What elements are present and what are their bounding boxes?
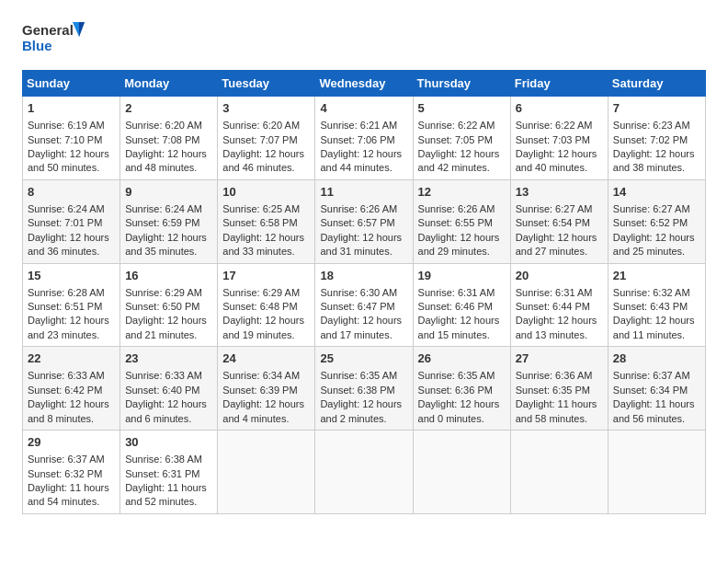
day-number: 20: [516, 268, 603, 284]
calendar-table: SundayMondayTuesdayWednesdayThursdayFrid…: [22, 70, 706, 514]
day-info: Sunrise: 6:32 AM Sunset: 6:43 PM Dayligh…: [613, 286, 700, 343]
day-info: Sunrise: 6:20 AM Sunset: 7:07 PM Dayligh…: [222, 119, 310, 176]
day-number: 5: [418, 100, 506, 117]
day-number: 25: [320, 350, 407, 367]
day-cell-6: 6Sunrise: 6:22 AM Sunset: 7:03 PM Daylig…: [510, 97, 608, 180]
day-number: 7: [613, 100, 700, 117]
day-cell-19: 19Sunrise: 6:31 AM Sunset: 6:46 PM Dayli…: [413, 263, 510, 347]
day-info: Sunrise: 6:24 AM Sunset: 7:01 PM Dayligh…: [28, 202, 115, 259]
day-info: Sunrise: 6:37 AM Sunset: 6:34 PM Dayligh…: [613, 369, 700, 426]
day-number: 15: [28, 268, 115, 284]
day-number: 2: [125, 100, 212, 117]
day-info: Sunrise: 6:36 AM Sunset: 6:35 PM Dayligh…: [516, 369, 603, 426]
week-row-5: 29Sunrise: 6:37 AM Sunset: 6:32 PM Dayli…: [23, 431, 706, 514]
day-cell-16: 16Sunrise: 6:29 AM Sunset: 6:50 PM Dayli…: [120, 263, 218, 347]
day-info: Sunrise: 6:21 AM Sunset: 7:06 PM Dayligh…: [320, 119, 407, 176]
day-info: Sunrise: 6:31 AM Sunset: 6:46 PM Dayligh…: [418, 286, 506, 343]
day-number: 6: [516, 100, 603, 117]
day-cell-17: 17Sunrise: 6:29 AM Sunset: 6:48 PM Dayli…: [218, 263, 315, 347]
day-info: Sunrise: 6:20 AM Sunset: 7:08 PM Dayligh…: [125, 119, 212, 176]
day-of-week-thursday: Thursday: [413, 71, 510, 97]
day-info: Sunrise: 6:34 AM Sunset: 6:39 PM Dayligh…: [222, 369, 310, 426]
logo: GeneralBlue: [22, 18, 86, 59]
day-info: Sunrise: 6:27 AM Sunset: 6:52 PM Dayligh…: [613, 202, 700, 259]
day-cell-21: 21Sunrise: 6:32 AM Sunset: 6:43 PM Dayli…: [608, 263, 705, 347]
day-cell-28: 28Sunrise: 6:37 AM Sunset: 6:34 PM Dayli…: [608, 347, 705, 431]
day-of-week-sunday: Sunday: [23, 71, 120, 97]
day-cell-14: 14Sunrise: 6:27 AM Sunset: 6:52 PM Dayli…: [608, 179, 705, 263]
day-cell-5: 5Sunrise: 6:22 AM Sunset: 7:05 PM Daylig…: [413, 97, 510, 180]
empty-cell: [608, 431, 705, 514]
day-cell-9: 9Sunrise: 6:24 AM Sunset: 6:59 PM Daylig…: [120, 179, 218, 263]
day-info: Sunrise: 6:19 AM Sunset: 7:10 PM Dayligh…: [28, 119, 115, 176]
day-number: 17: [222, 268, 310, 284]
day-cell-26: 26Sunrise: 6:35 AM Sunset: 6:36 PM Dayli…: [413, 347, 510, 431]
day-cell-25: 25Sunrise: 6:35 AM Sunset: 6:38 PM Dayli…: [315, 347, 413, 431]
day-number: 19: [418, 268, 506, 284]
day-number: 4: [320, 100, 407, 117]
day-cell-20: 20Sunrise: 6:31 AM Sunset: 6:44 PM Dayli…: [510, 263, 608, 347]
day-info: Sunrise: 6:35 AM Sunset: 6:36 PM Dayligh…: [418, 369, 506, 426]
day-cell-2: 2Sunrise: 6:20 AM Sunset: 7:08 PM Daylig…: [120, 97, 218, 180]
day-cell-10: 10Sunrise: 6:25 AM Sunset: 6:58 PM Dayli…: [218, 179, 315, 263]
day-number: 10: [222, 184, 310, 201]
day-of-week-tuesday: Tuesday: [218, 71, 315, 97]
day-info: Sunrise: 6:26 AM Sunset: 6:55 PM Dayligh…: [418, 202, 506, 259]
day-info: Sunrise: 6:30 AM Sunset: 6:47 PM Dayligh…: [320, 286, 407, 343]
day-cell-7: 7Sunrise: 6:23 AM Sunset: 7:02 PM Daylig…: [608, 97, 705, 180]
svg-marker-3: [79, 22, 85, 37]
day-info: Sunrise: 6:35 AM Sunset: 6:38 PM Dayligh…: [320, 369, 407, 426]
day-info: Sunrise: 6:33 AM Sunset: 6:40 PM Dayligh…: [125, 369, 212, 426]
empty-cell: [413, 431, 510, 514]
day-of-week-saturday: Saturday: [608, 71, 705, 97]
day-info: Sunrise: 6:22 AM Sunset: 7:03 PM Dayligh…: [516, 119, 603, 176]
day-cell-30: 30Sunrise: 6:38 AM Sunset: 6:31 PM Dayli…: [120, 431, 218, 514]
day-info: Sunrise: 6:28 AM Sunset: 6:51 PM Dayligh…: [28, 286, 115, 343]
day-number: 13: [516, 184, 603, 201]
day-cell-27: 27Sunrise: 6:36 AM Sunset: 6:35 PM Dayli…: [510, 347, 608, 431]
day-number: 16: [125, 268, 212, 284]
day-cell-12: 12Sunrise: 6:26 AM Sunset: 6:55 PM Dayli…: [413, 179, 510, 263]
day-number: 29: [28, 434, 115, 451]
day-number: 22: [28, 350, 115, 367]
day-number: 12: [418, 184, 506, 201]
day-of-week-monday: Monday: [120, 71, 218, 97]
day-number: 3: [222, 100, 310, 117]
day-number: 11: [320, 184, 407, 201]
day-info: Sunrise: 6:27 AM Sunset: 6:54 PM Dayligh…: [516, 202, 603, 259]
day-cell-11: 11Sunrise: 6:26 AM Sunset: 6:57 PM Dayli…: [315, 179, 413, 263]
day-number: 26: [418, 350, 506, 367]
day-cell-24: 24Sunrise: 6:34 AM Sunset: 6:39 PM Dayli…: [218, 347, 315, 431]
day-cell-8: 8Sunrise: 6:24 AM Sunset: 7:01 PM Daylig…: [23, 179, 120, 263]
empty-cell: [315, 431, 413, 514]
day-info: Sunrise: 6:33 AM Sunset: 6:42 PM Dayligh…: [28, 369, 115, 426]
day-number: 24: [222, 350, 310, 367]
header: GeneralBlue: [22, 18, 706, 59]
day-info: Sunrise: 6:25 AM Sunset: 6:58 PM Dayligh…: [222, 202, 310, 259]
day-number: 27: [516, 350, 603, 367]
day-number: 9: [125, 184, 212, 201]
day-info: Sunrise: 6:29 AM Sunset: 6:50 PM Dayligh…: [125, 286, 212, 343]
day-cell-3: 3Sunrise: 6:20 AM Sunset: 7:07 PM Daylig…: [218, 97, 315, 180]
day-cell-4: 4Sunrise: 6:21 AM Sunset: 7:06 PM Daylig…: [315, 97, 413, 180]
day-number: 30: [125, 434, 212, 451]
week-row-1: 1Sunrise: 6:19 AM Sunset: 7:10 PM Daylig…: [23, 97, 706, 180]
logo-svg: GeneralBlue: [22, 18, 86, 59]
svg-text:General: General: [22, 22, 74, 38]
day-cell-1: 1Sunrise: 6:19 AM Sunset: 7:10 PM Daylig…: [23, 97, 120, 180]
day-info: Sunrise: 6:26 AM Sunset: 6:57 PM Dayligh…: [320, 202, 407, 259]
week-row-3: 15Sunrise: 6:28 AM Sunset: 6:51 PM Dayli…: [23, 263, 706, 347]
page: GeneralBlue SundayMondayTuesdayWednesday…: [0, 0, 728, 529]
day-info: Sunrise: 6:22 AM Sunset: 7:05 PM Dayligh…: [418, 119, 506, 176]
header-row: SundayMondayTuesdayWednesdayThursdayFrid…: [23, 71, 706, 97]
empty-cell: [218, 431, 315, 514]
day-info: Sunrise: 6:29 AM Sunset: 6:48 PM Dayligh…: [222, 286, 310, 343]
week-row-4: 22Sunrise: 6:33 AM Sunset: 6:42 PM Dayli…: [23, 347, 706, 431]
week-row-2: 8Sunrise: 6:24 AM Sunset: 7:01 PM Daylig…: [23, 179, 706, 263]
svg-text:Blue: Blue: [22, 38, 52, 53]
day-info: Sunrise: 6:38 AM Sunset: 6:31 PM Dayligh…: [125, 453, 212, 510]
day-cell-18: 18Sunrise: 6:30 AM Sunset: 6:47 PM Dayli…: [315, 263, 413, 347]
day-cell-29: 29Sunrise: 6:37 AM Sunset: 6:32 PM Dayli…: [23, 431, 120, 514]
day-cell-15: 15Sunrise: 6:28 AM Sunset: 6:51 PM Dayli…: [23, 263, 120, 347]
day-info: Sunrise: 6:37 AM Sunset: 6:32 PM Dayligh…: [28, 453, 115, 510]
